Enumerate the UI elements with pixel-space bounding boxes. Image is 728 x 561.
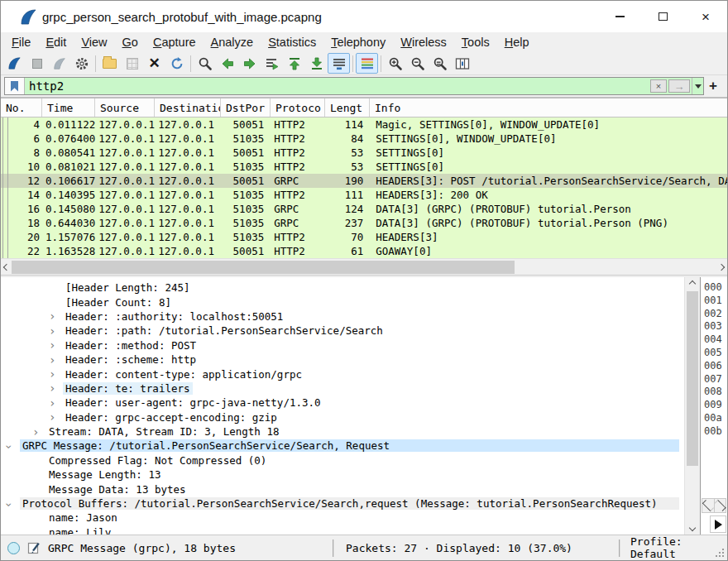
detail-line[interactable]: ›Header: :authority: localhost:50051	[1, 309, 684, 324]
packet-row-22[interactable]: 221.163528127.0.0.1127.0.0.150051HTTP261…	[1, 244, 727, 258]
resize-columns-button[interactable]	[451, 53, 473, 74]
go-back-button[interactable]	[216, 53, 238, 74]
details-vscrollbar[interactable]	[684, 277, 700, 535]
resize-grip[interactable]	[719, 552, 721, 554]
detail-line[interactable]: name: Jason	[1, 511, 684, 525]
menu-wireless[interactable]: Wireless	[393, 32, 454, 52]
column-header-no[interactable]: No.	[1, 98, 42, 117]
menu-statistics[interactable]: Statistics	[261, 32, 323, 52]
detail-line[interactable]: ›Header: :scheme: http	[1, 352, 684, 367]
chevron-right-icon[interactable]: ›	[49, 338, 63, 352]
bytes-scroll-left-arrow[interactable]	[702, 499, 715, 512]
close-button[interactable]: ×	[684, 1, 727, 32]
column-header-lengt[interactable]: Lengt	[325, 98, 370, 117]
packet-row-8[interactable]: 80.080541127.0.0.1127.0.0.150051HTTP253S…	[1, 146, 727, 160]
detail-line[interactable]: Message Length: 13	[1, 468, 684, 482]
column-header-info[interactable]: Info	[370, 98, 727, 117]
detail-line[interactable]: name: Lily	[1, 525, 684, 535]
vscroll-thumb[interactable]	[687, 291, 698, 466]
chevron-right-icon[interactable]: ›	[49, 367, 63, 381]
hscroll-thumb[interactable]	[12, 261, 515, 274]
chevron-right-icon[interactable]: ›	[49, 324, 63, 338]
stop-capture-button[interactable]	[26, 53, 48, 74]
restart-capture-button[interactable]	[48, 53, 70, 74]
find-packet-button[interactable]	[194, 53, 216, 74]
packet-row-20[interactable]: 201.157076127.0.0.1127.0.0.151035HTTP270…	[1, 230, 727, 244]
add-filter-button[interactable]: +	[704, 78, 722, 94]
scroll-down-arrow[interactable]	[685, 521, 700, 535]
zoom-in-button[interactable]	[384, 53, 406, 74]
detail-line[interactable]: ›Header: content-type: application/grpc	[1, 367, 684, 381]
open-file-button[interactable]	[98, 53, 121, 74]
packet-row-10[interactable]: 100.081021127.0.0.1127.0.0.151035HTTP253…	[1, 160, 727, 174]
menu-view[interactable]: View	[74, 32, 114, 52]
packet-row-4[interactable]: 40.011122127.0.0.1127.0.0.150051HTTP2114…	[1, 117, 727, 132]
scroll-right-arrow[interactable]	[716, 259, 727, 275]
column-header-time[interactable]: Time	[42, 98, 95, 117]
filter-dropdown-button[interactable]	[692, 78, 703, 94]
detail-line[interactable]: ›Header: te: trailers	[1, 381, 684, 396]
chevron-down-icon[interactable]: ›	[6, 498, 20, 511]
detail-line[interactable]: ›Header: user-agent: grpc-java-netty/1.3…	[1, 396, 684, 410]
detail-line[interactable]: ›Header: grpc-accept-encoding: gzip	[1, 410, 684, 424]
filter-bookmark-button[interactable]	[5, 78, 25, 94]
chevron-right-icon[interactable]: ›	[32, 425, 46, 439]
detail-line[interactable]: ›Header: :method: POST	[1, 338, 684, 352]
reload-file-button[interactable]	[165, 53, 188, 74]
detail-line[interactable]: ›Header: :path: /tutorial.PersonSearchSe…	[1, 324, 684, 338]
menu-file[interactable]: File	[4, 32, 38, 52]
chevron-right-icon[interactable]: ›	[49, 381, 63, 395]
menu-capture[interactable]: Capture	[146, 32, 204, 52]
profile-label[interactable]: Profile: Default	[630, 535, 727, 560]
minimize-button[interactable]	[598, 1, 641, 32]
detail-line[interactable]: Message Data: 13 bytes	[1, 482, 684, 496]
detail-line[interactable]: ›Protocol Buffers: /tutorial.PersonSearc…	[1, 496, 684, 511]
maximize-button[interactable]	[641, 1, 684, 32]
go-first-packet-button[interactable]	[283, 53, 305, 74]
close-file-button[interactable]: ✕	[143, 53, 165, 74]
bytes-pane-expand-button[interactable]	[710, 515, 726, 533]
column-header-destinatio[interactable]: Destinatio	[155, 98, 221, 117]
display-filter-input[interactable]	[25, 78, 650, 94]
menu-go[interactable]: Go	[115, 32, 146, 52]
chevron-right-icon[interactable]: ›	[49, 353, 63, 367]
detail-line[interactable]: ›Stream: DATA, Stream ID: 3, Length 18	[1, 424, 684, 439]
save-file-button[interactable]	[121, 53, 143, 74]
go-to-packet-button[interactable]	[261, 53, 283, 74]
menu-edit[interactable]: Edit	[38, 32, 74, 52]
capture-comment-icon[interactable]	[27, 541, 41, 554]
auto-scroll-button[interactable]	[328, 53, 350, 74]
go-forward-button[interactable]	[238, 53, 261, 74]
colorize-packets-button[interactable]	[356, 53, 378, 74]
menu-telephony[interactable]: Telephony	[323, 32, 393, 52]
chevron-right-icon[interactable]: ›	[49, 410, 63, 424]
chevron-right-icon[interactable]: ›	[49, 396, 63, 410]
column-header-protoco[interactable]: Protoco	[271, 98, 325, 117]
expert-info-icon[interactable]	[7, 542, 20, 554]
detail-line[interactable]: [Header Length: 245]	[1, 280, 684, 295]
filter-clear-button[interactable]: ×	[650, 79, 667, 93]
chevron-down-icon[interactable]: ›	[6, 440, 20, 453]
menu-help[interactable]: Help	[497, 32, 537, 52]
filter-apply-button[interactable]: →	[668, 79, 690, 93]
detail-line[interactable]: [Header Count: 8]	[1, 295, 684, 309]
capture-options-button[interactable]	[70, 53, 93, 74]
packet-row-14[interactable]: 140.140395127.0.0.1127.0.0.151035HTTP211…	[1, 188, 727, 202]
bytes-scroll-right-arrow[interactable]	[715, 499, 726, 512]
detail-line[interactable]: Compressed Flag: Not Compressed (0)	[1, 453, 684, 468]
scroll-up-arrow[interactable]	[685, 277, 700, 290]
column-header-source[interactable]: Source	[95, 98, 155, 117]
zoom-reset-button[interactable]	[429, 53, 451, 74]
packet-row-12[interactable]: 120.106617127.0.0.1127.0.0.150051GRPC190…	[1, 174, 727, 188]
menu-tools[interactable]: Tools	[454, 32, 497, 52]
packet-list-hscrollbar[interactable]	[1, 258, 727, 275]
packet-row-6[interactable]: 60.076400127.0.0.1127.0.0.151035HTTP284S…	[1, 132, 727, 146]
column-header-dstpor[interactable]: DstPor	[221, 98, 271, 117]
zoom-out-button[interactable]	[406, 53, 429, 74]
menu-analyze[interactable]: Analyze	[204, 32, 261, 52]
chevron-right-icon[interactable]: ›	[49, 309, 63, 323]
detail-line[interactable]: ›GRPC Message: /tutorial.PersonSearchSer…	[1, 439, 684, 453]
packet-row-18[interactable]: 180.644030127.0.0.1127.0.0.151035GRPC237…	[1, 216, 727, 230]
bytes-hscrollbar[interactable]	[702, 498, 726, 513]
go-last-packet-button[interactable]	[305, 53, 328, 74]
